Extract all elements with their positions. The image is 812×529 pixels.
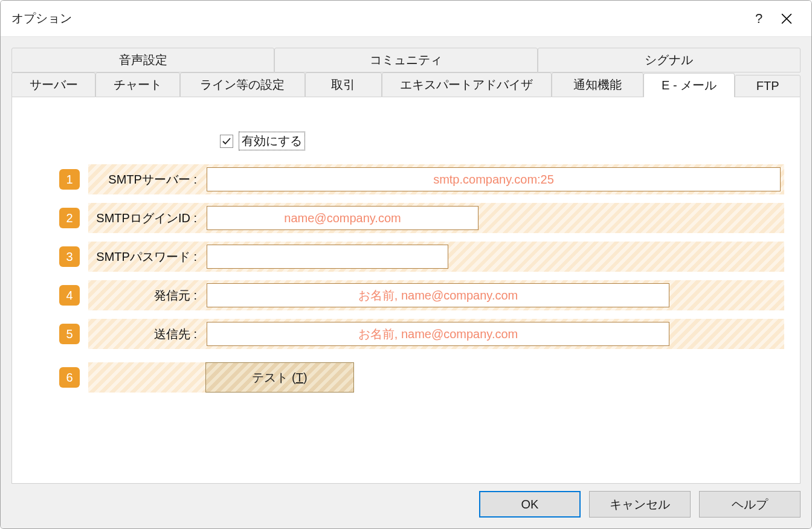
dialog-buttons: OK キャンセル ヘルプ — [11, 491, 801, 518]
stripe-3: SMTPパスワード : — [88, 242, 784, 272]
badge-1: 1 — [59, 169, 80, 190]
window-title: オプション — [11, 10, 745, 27]
input-to[interactable] — [207, 322, 669, 346]
tab-row-upper: 音声設定 コミュニティ シグナル — [11, 48, 801, 72]
enable-checkbox-label: 有効にする — [239, 132, 304, 150]
row-from: 4 発信元 : — [59, 280, 784, 310]
email-panel: 有効にする 1 SMTPサーバー : 2 SMTPログインID : — [11, 97, 801, 484]
stripe-5: 送信先 : — [88, 319, 784, 349]
stripe-1: SMTPサーバー : — [88, 164, 784, 194]
tab-notifications[interactable]: 通知機能 — [552, 72, 643, 97]
label-from: 発信元 : — [88, 287, 207, 304]
row-smtp-login: 2 SMTPログインID : — [59, 203, 784, 233]
input-smtp-login[interactable] — [207, 206, 478, 230]
tab-email[interactable]: E - メール — [643, 73, 735, 98]
test-button[interactable]: テスト (T) — [205, 362, 354, 393]
label-to: 送信先 : — [88, 326, 207, 342]
help-icon[interactable]: ? — [745, 7, 773, 31]
input-smtp-server[interactable] — [207, 167, 781, 191]
tab-server[interactable]: サーバー — [11, 72, 95, 97]
row-test: 6 テスト (T) — [59, 362, 784, 393]
tab-row-lower: サーバー チャート ライン等の設定 取引 エキスパートアドバイザ 通知機能 E … — [11, 72, 801, 97]
test-button-prefix: テスト ( — [252, 370, 295, 386]
stripe-4: 発信元 : — [88, 280, 784, 310]
test-button-suffix: ) — [303, 371, 308, 385]
help-button[interactable]: ヘルプ — [699, 491, 801, 518]
test-button-mnemonic: T — [296, 371, 303, 385]
tab-trading[interactable]: 取引 — [305, 72, 382, 97]
ok-button[interactable]: OK — [479, 491, 581, 518]
input-smtp-password[interactable] — [207, 245, 448, 269]
tab-sound-settings[interactable]: 音声設定 — [11, 48, 274, 72]
stripe-2: SMTPログインID : — [88, 203, 784, 233]
label-smtp-password: SMTPパスワード : — [88, 249, 207, 265]
row-smtp-password: 3 SMTPパスワード : — [59, 242, 784, 272]
titlebar: オプション ? — [1, 1, 811, 37]
enable-row: 有効にする — [220, 132, 784, 150]
stripe-6 — [88, 362, 207, 393]
badge-5: 5 — [59, 324, 80, 344]
row-to: 5 送信先 : — [59, 319, 784, 349]
label-smtp-login: SMTPログインID : — [88, 210, 207, 226]
badge-4: 4 — [59, 285, 80, 306]
close-icon[interactable] — [773, 7, 801, 31]
client-area: 音声設定 コミュニティ シグナル サーバー チャート ライン等の設定 取引 エキ… — [1, 37, 811, 528]
label-smtp-server: SMTPサーバー : — [88, 172, 207, 188]
cancel-button[interactable]: キャンセル — [589, 491, 691, 518]
options-dialog: オプション ? 音声設定 コミュニティ シグナル サーバー チャート ライン等の… — [0, 0, 812, 529]
enable-checkbox[interactable] — [220, 135, 233, 148]
tab-chart[interactable]: チャート — [95, 72, 179, 97]
tab-ftp[interactable]: FTP — [735, 75, 801, 97]
input-from[interactable] — [207, 283, 669, 307]
tab-community[interactable]: コミュニティ — [274, 48, 537, 72]
tab-strip: 音声設定 コミュニティ シグナル サーバー チャート ライン等の設定 取引 エキ… — [11, 48, 801, 97]
badge-3: 3 — [59, 246, 80, 267]
badge-2: 2 — [59, 208, 80, 228]
tab-signals[interactable]: シグナル — [538, 48, 801, 72]
row-smtp-server: 1 SMTPサーバー : — [59, 164, 784, 194]
tab-expert-advisor[interactable]: エキスパートアドバイザ — [382, 72, 552, 97]
badge-6: 6 — [59, 367, 80, 388]
tab-line-settings[interactable]: ライン等の設定 — [180, 72, 305, 97]
